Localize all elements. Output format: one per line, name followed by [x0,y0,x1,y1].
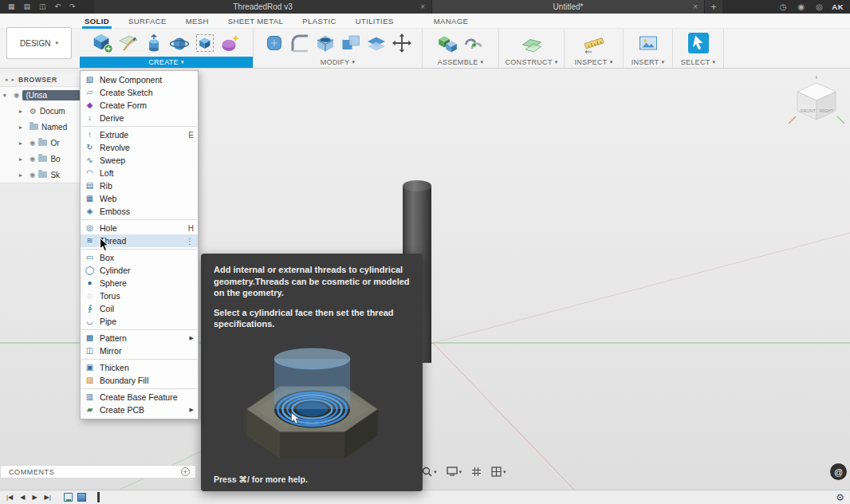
ribbon-tab-plastic[interactable]: PLASTIC [302,14,336,29]
menu-item-thicken[interactable]: ▣Thicken [81,361,198,374]
menu-item-sweep[interactable]: ∿Sweep [81,154,198,167]
menu-item-web[interactable]: ▦Web [81,192,198,205]
toolbar-group-label-construct[interactable]: CONSTRUCT [499,57,564,68]
toolbar-group-label-modify[interactable]: MODIFY [254,57,422,68]
menu-item-revolve[interactable]: ↻Revolve [81,141,198,154]
fillet-tool-icon[interactable] [289,33,310,53]
menu-item-boundary-fill[interactable]: ▨Boundary Fill [81,374,198,387]
grid-display-button[interactable] [471,467,482,478]
menu-item-create-sketch[interactable]: ▱Create Sketch [81,86,198,99]
menu-item-create-base-feature[interactable]: ▥Create Base Feature [81,391,198,404]
eye-icon[interactable]: ◉ [30,139,35,147]
collapse-arrow-icon[interactable]: ▾ [3,92,10,99]
toolbar-group-label-select[interactable]: SELECT [673,57,723,68]
menu-item-create-pcb[interactable]: ▰Create PCB▶ [81,404,198,416]
apps-grid-icon[interactable]: ▦ [8,3,15,10]
expand-arrow-icon[interactable]: ▸ [19,124,26,131]
select-icon[interactable] [688,33,709,53]
menu-item-emboss[interactable]: ◈Emboss [81,205,198,218]
feedback-bubble-icon[interactable]: @ [830,463,847,480]
extrude-tool-icon[interactable] [144,33,164,53]
viewcube-right-label[interactable]: RIGHT [820,108,834,113]
toolbar-group-label-create[interactable]: CREATE [80,57,253,68]
add-comment-icon[interactable]: + [181,467,190,476]
viewcube-front-label[interactable]: FRONT [801,108,817,113]
menu-item-new-component[interactable]: ▧New Component [81,73,198,86]
menu-item-pattern[interactable]: ▩Pattern▶ [81,332,198,345]
document-tab-threadedrod-v3[interactable]: ThreadedRod v3× [94,0,432,14]
menu-item-box[interactable]: ▭Box [81,251,198,264]
menu-item-rib[interactable]: ▤Rib [81,179,198,192]
toolbar-group-label-inspect[interactable]: INSPECT [565,57,623,68]
menu-item-sphere[interactable]: ●Sphere [81,277,198,289]
ribbon-tab-manage[interactable]: MANAGE [434,14,469,29]
document-tab-untitled[interactable]: Untitled*× [432,0,705,14]
more-options-icon[interactable]: ⋮ [186,237,194,246]
timeline-playhead[interactable] [97,492,100,502]
menu-item-hole[interactable]: ◎HoleH [81,222,198,234]
measure-icon[interactable] [584,33,604,53]
menu-item-loft[interactable]: ◠Loft [81,167,198,179]
menu-item-cylinder[interactable]: ◯Cylinder [81,264,198,277]
menu-item-mirror[interactable]: ◫Mirror [81,345,198,357]
menu-item-coil[interactable]: ∮Coil [81,302,198,315]
go-to-start-icon[interactable]: |◀ [6,494,13,501]
save-icon[interactable]: ◫ [39,3,46,10]
create-form-icon[interactable] [220,33,241,53]
expand-arrow-icon[interactable]: ▸ [19,108,26,115]
sketch-feature-icon[interactable] [64,493,73,502]
eye-icon[interactable]: ◉ [30,155,35,163]
offset-face-icon[interactable] [366,33,387,53]
ribbon-tab-mesh[interactable]: MESH [186,14,209,29]
step-back-icon[interactable]: ◀ [20,494,25,501]
eye-icon[interactable]: ◉ [14,91,19,99]
menu-item-pipe[interactable]: ◡Pipe [81,315,198,328]
insert-canvas-icon[interactable] [638,33,659,53]
profile-icon[interactable]: ◉ [798,3,805,11]
zoom-button[interactable]: ▾ [422,467,437,478]
toolbar-group-label-assemble[interactable]: ASSEMBLE [423,57,498,68]
redo-icon[interactable]: ↷ [69,3,76,10]
create-sketch-icon[interactable] [118,33,139,53]
expand-arrow-icon[interactable]: ▸ [19,171,26,179]
toolbar-group-label-insert[interactable]: INSERT [624,57,672,68]
design-workspace-selector[interactable]: DESIGN [6,27,72,59]
menu-item-torus[interactable]: ◌Torus [81,289,198,302]
browser-back-icon[interactable]: ◂ [5,77,8,83]
menu-item-create-form[interactable]: ◆Create Form [81,99,198,112]
ribbon-tab-solid[interactable]: SOLID [85,14,109,29]
move-copy-icon[interactable] [392,33,412,53]
job-status-icon[interactable]: ◷ [780,3,787,11]
browser-forward-icon[interactable]: ▸ [12,77,15,83]
derive-icon[interactable] [195,33,215,53]
ribbon-tab-surface[interactable]: SURFACE [128,14,167,29]
play-icon[interactable]: ▶ [32,494,37,501]
menu-item-derive[interactable]: ↓Derive [81,112,198,124]
eye-icon[interactable]: ◉ [30,171,35,179]
close-icon[interactable]: × [420,3,425,11]
avatar[interactable]: AK [832,1,844,13]
extrude-feature-icon[interactable] [77,493,86,502]
new-component-icon[interactable] [92,33,113,53]
display-settings-button[interactable]: ▾ [447,467,462,478]
view-cube[interactable]: FRONT RIGHT [786,75,847,136]
press-pull-icon[interactable] [264,33,285,53]
expand-arrow-icon[interactable]: ▸ [19,156,26,163]
menu-item-extrude[interactable]: ↑ExtrudeE [81,128,198,141]
combine-icon[interactable] [340,33,361,53]
timeline-settings-gear-icon[interactable]: ⚙ [836,493,844,502]
joint-icon[interactable] [463,33,484,53]
notifications-icon[interactable]: ◎ [816,3,823,11]
expand-arrow-icon[interactable]: ▸ [19,140,26,147]
file-new-icon[interactable]: ▤ [24,3,31,10]
ribbon-tab-utilities[interactable]: UTILITIES [356,14,394,29]
construction-plane-icon[interactable] [521,33,542,53]
undo-icon[interactable]: ↶ [55,3,61,10]
go-to-end-icon[interactable]: ▶| [45,494,51,501]
ribbon-tab-sheet-metal[interactable]: SHEET METAL [228,14,284,29]
assemble-component-icon[interactable] [438,33,458,53]
shell-tool-icon[interactable] [315,33,336,53]
comments-panel[interactable]: COMMENTS + [0,465,196,478]
close-icon[interactable]: × [693,3,698,11]
revolve-tool-icon[interactable] [169,33,190,53]
